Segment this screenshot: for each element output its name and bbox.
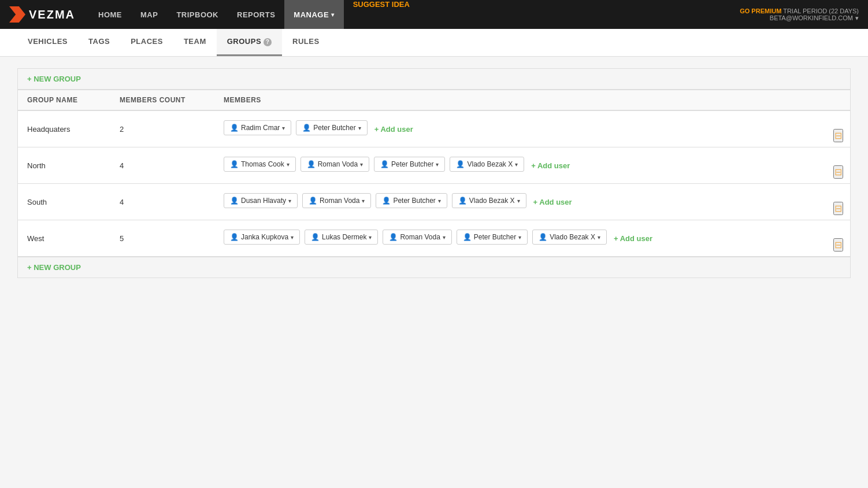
nav-manage[interactable]: MANAGE ▾ — [284, 0, 343, 29]
group-row-north: North 4 👤 Thomas Cook ▾ 👤 Roman Voda ▾ 👤 — [18, 147, 850, 184]
member-btn-peter-butcher-west[interactable]: 👤 Peter Butcher ▾ — [457, 230, 528, 245]
main-content: + NEW GROUP GROUP NAME MEMBERS COUNT MEM… — [0, 57, 868, 290]
add-user-button-hq[interactable]: + Add user — [372, 122, 416, 136]
chevron-down-icon: ▾ — [598, 234, 600, 241]
chevron-down-icon: ▾ — [360, 161, 363, 168]
member-btn-peter-butcher-hq[interactable]: 👤 Peter Butcher ▾ — [296, 120, 367, 135]
chevron-down-icon: ▾ — [436, 161, 439, 168]
top-navigation: VEZMA HOME MAP TRIPBOOK REPORTS MANAGE ▾… — [0, 0, 868, 29]
chevron-down-icon: ▾ — [443, 234, 446, 241]
user-icon: 👤 — [230, 233, 239, 241]
user-icon: 👤 — [230, 197, 239, 205]
delete-group-button-hq[interactable]: ⊟ — [833, 129, 843, 142]
new-group-bar-top: + NEW GROUP — [17, 68, 851, 90]
member-btn-radim-cmar[interactable]: 👤 Radim Cmar ▾ — [224, 120, 291, 135]
nav-links: HOME MAP TRIPBOOK REPORTS MANAGE ▾ SUGGE… — [89, 0, 740, 29]
col-header-members-count: MEMBERS COUNT — [120, 96, 224, 104]
user-icon: 👤 — [458, 197, 467, 205]
user-icon: 👤 — [230, 160, 239, 168]
group-row-headquaters: Headquaters 2 👤 Radim Cmar ▾ 👤 Peter But… — [18, 111, 850, 147]
member-btn-lukas-dermek[interactable]: 👤 Lukas Dermek ▾ — [305, 230, 378, 245]
user-icon: 👤 — [302, 124, 311, 132]
user-icon: 👤 — [311, 233, 320, 241]
delete-group-button-south[interactable]: ⊟ — [833, 202, 843, 215]
member-btn-roman-voda-west[interactable]: 👤 Roman Voda ▾ — [383, 230, 451, 245]
group-count-headquaters: 2 — [120, 120, 224, 134]
chevron-down-icon: ▾ — [287, 161, 290, 168]
delete-group-button-west[interactable]: ⊟ — [833, 238, 843, 252]
add-user-button-south[interactable]: + Add user — [531, 195, 574, 209]
new-group-button-top[interactable]: + NEW GROUP — [27, 75, 81, 83]
tab-groups[interactable]: GROUPS? — [217, 29, 282, 56]
member-btn-vlado-bezak-south[interactable]: 👤 Vlado Bezak X ▾ — [452, 193, 526, 208]
tab-vehicles[interactable]: VEHICLES — [17, 29, 78, 56]
group-members-north: 👤 Thomas Cook ▾ 👤 Roman Voda ▾ 👤 Peter B… — [224, 157, 841, 174]
member-btn-vlado-bezak-north[interactable]: 👤 Vlado Bezak X ▾ — [450, 157, 524, 172]
user-icon: 👤 — [309, 197, 317, 205]
user-icon: 👤 — [456, 160, 465, 168]
chevron-down-icon: ▾ — [518, 234, 521, 241]
chevron-down-icon: ▾ — [438, 198, 441, 204]
add-user-button-west[interactable]: + Add user — [611, 231, 655, 246]
member-btn-roman-voda-south[interactable]: 👤 Roman Voda ▾ — [302, 193, 371, 208]
group-name-west: West — [27, 230, 120, 243]
chevron-down-icon: ▾ — [362, 198, 365, 204]
user-icon: 👤 — [539, 233, 547, 241]
group-members-west: 👤 Janka Kupkova ▾ 👤 Lukas Dermek ▾ 👤 Rom… — [224, 230, 841, 247]
chevron-down-icon: ▾ — [358, 125, 361, 131]
group-count-west: 5 — [120, 230, 224, 243]
nav-tripbook[interactable]: TRIPBOOK — [167, 0, 228, 29]
member-btn-janka-kupkova[interactable]: 👤 Janka Kupkova ▾ — [224, 230, 300, 245]
user-icon: 👤 — [307, 160, 316, 168]
member-btn-thomas-cook[interactable]: 👤 Thomas Cook ▾ — [224, 157, 296, 172]
tab-team[interactable]: TEAM — [173, 29, 217, 56]
user-icon: 👤 — [230, 124, 239, 132]
chevron-down-icon: ▾ — [291, 234, 294, 241]
nav-home[interactable]: HOME — [89, 0, 131, 29]
tab-tags[interactable]: TAGS — [78, 29, 120, 56]
group-members-south: 👤 Dusan Hlavaty ▾ 👤 Roman Voda ▾ 👤 Peter… — [224, 193, 841, 210]
chevron-down-icon: ▾ — [515, 161, 518, 168]
chevron-down-icon: ▾ — [282, 125, 285, 131]
nav-map[interactable]: MAP — [131, 0, 167, 29]
member-btn-peter-butcher-south[interactable]: 👤 Peter Butcher ▾ — [376, 193, 447, 208]
table-header: GROUP NAME MEMBERS COUNT MEMBERS — [18, 90, 850, 111]
user-menu[interactable]: BETA@WORKINFIELD.COM ▾ — [770, 14, 859, 22]
premium-info: GO PREMIUM TRIAL PERIOD (22 DAYS) — [740, 8, 859, 14]
suggest-idea-link[interactable]: SUGGEST IDEA — [344, 0, 419, 29]
new-group-bar-bottom: + NEW GROUP — [17, 257, 851, 278]
nav-reports[interactable]: REPORTS — [228, 0, 284, 29]
delete-group-button-north[interactable]: ⊟ — [833, 165, 843, 179]
logo-text: VEZMA — [29, 8, 75, 21]
chevron-down-icon: ▾ — [517, 198, 520, 204]
chevron-down-icon: ▾ — [288, 198, 291, 204]
subtab-bar: VEHICLES TAGS PLACES TEAM GROUPS? RULES — [0, 29, 868, 57]
group-count-north: 4 — [120, 157, 224, 170]
new-group-button-bottom[interactable]: + NEW GROUP — [27, 263, 81, 272]
col-header-members: MEMBERS — [224, 96, 841, 104]
user-icon: 👤 — [463, 233, 472, 241]
group-name-headquaters: Headquaters — [27, 120, 120, 134]
user-caret: ▾ — [855, 14, 859, 22]
tab-rules[interactable]: RULES — [282, 29, 330, 56]
logo: VEZMA — [9, 6, 75, 23]
member-btn-roman-voda-north[interactable]: 👤 Roman Voda ▾ — [301, 157, 369, 172]
member-btn-peter-butcher-north[interactable]: 👤 Peter Butcher ▾ — [374, 157, 445, 172]
tab-places[interactable]: PLACES — [120, 29, 173, 56]
group-row-south: South 4 👤 Dusan Hlavaty ▾ 👤 Roman Voda ▾… — [18, 184, 850, 220]
group-name-south: South — [27, 193, 120, 206]
member-btn-dusan-hlavaty[interactable]: 👤 Dusan Hlavaty ▾ — [224, 193, 298, 208]
topnav-right: GO PREMIUM TRIAL PERIOD (22 DAYS) BETA@W… — [740, 8, 859, 22]
member-btn-vlado-bezak-west[interactable]: 👤 Vlado Bezak X ▾ — [532, 230, 607, 245]
groups-table: GROUP NAME MEMBERS COUNT MEMBERS Headqua… — [17, 90, 851, 257]
col-header-group-name: GROUP NAME — [27, 96, 120, 104]
groups-help-icon[interactable]: ? — [264, 38, 272, 46]
group-row-west: West 5 👤 Janka Kupkova ▾ 👤 Lukas Dermek … — [18, 220, 850, 257]
logo-icon — [9, 6, 25, 23]
group-name-north: North — [27, 157, 120, 170]
add-user-button-north[interactable]: + Add user — [529, 158, 572, 173]
group-members-headquaters: 👤 Radim Cmar ▾ 👤 Peter Butcher ▾ + Add u… — [224, 120, 841, 138]
manage-caret: ▾ — [331, 12, 335, 18]
user-icon: 👤 — [389, 233, 398, 241]
user-icon: 👤 — [382, 197, 391, 205]
